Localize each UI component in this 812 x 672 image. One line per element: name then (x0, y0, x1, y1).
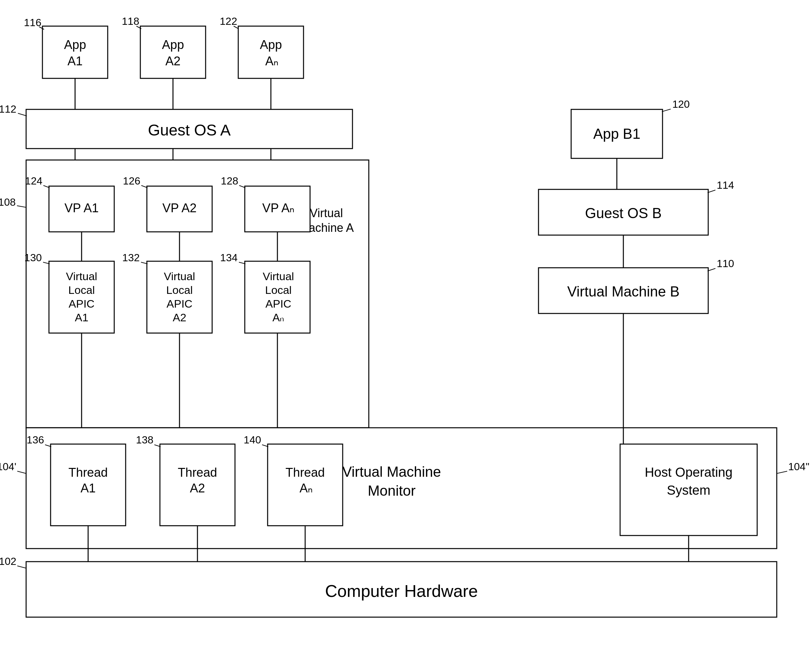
svg-text:128: 128 (221, 175, 238, 187)
svg-text:114: 114 (717, 179, 734, 191)
svg-text:Virtual: Virtual (66, 270, 97, 282)
svg-text:116: 116 (24, 17, 41, 28)
svg-text:Virtual Machine B: Virtual Machine B (567, 284, 679, 299)
svg-text:140: 140 (244, 434, 261, 446)
svg-text:Thread: Thread (286, 466, 325, 479)
svg-text:Thread: Thread (68, 466, 108, 479)
svg-text:VP Aₙ: VP Aₙ (263, 201, 295, 215)
svg-text:110: 110 (717, 258, 734, 269)
svg-text:Computer Hardware: Computer Hardware (325, 581, 478, 600)
svg-line-82 (708, 268, 715, 271)
svg-text:Monitor: Monitor (368, 482, 416, 499)
svg-text:118: 118 (122, 15, 139, 27)
svg-text:App B1: App B1 (593, 126, 640, 142)
svg-text:Thread: Thread (178, 466, 217, 479)
svg-text:Aₙ: Aₙ (273, 311, 285, 323)
svg-text:138: 138 (136, 434, 154, 446)
svg-text:132: 132 (123, 252, 140, 263)
svg-text:108: 108 (0, 196, 16, 208)
svg-text:Virtual: Virtual (263, 270, 294, 282)
svg-line-77 (708, 190, 715, 193)
svg-text:104': 104' (0, 461, 16, 472)
svg-text:A2: A2 (173, 311, 186, 323)
svg-text:VP A1: VP A1 (65, 201, 99, 215)
svg-line-117 (17, 566, 26, 568)
svg-line-21 (18, 113, 27, 116)
svg-line-27 (17, 206, 26, 207)
svg-text:136: 136 (27, 434, 44, 446)
svg-text:Guest OS A: Guest OS A (148, 121, 230, 139)
svg-text:APIC: APIC (68, 298, 94, 310)
svg-text:A1: A1 (75, 311, 89, 323)
svg-text:124: 124 (25, 175, 43, 187)
svg-text:App: App (162, 38, 184, 51)
svg-text:104": 104" (788, 461, 809, 472)
svg-text:VP A2: VP A2 (162, 201, 197, 215)
svg-text:Host Operating: Host Operating (645, 465, 732, 479)
svg-text:App: App (64, 38, 86, 51)
svg-rect-5 (140, 26, 206, 79)
svg-text:Aₙ: Aₙ (300, 481, 313, 495)
svg-text:Virtual: Virtual (164, 270, 195, 282)
architecture-diagram: App A1 116 App A2 118 App Aₙ 122 Guest O… (0, 0, 812, 672)
svg-text:126: 126 (123, 175, 140, 187)
svg-text:Local: Local (265, 284, 292, 296)
svg-text:120: 120 (672, 98, 689, 110)
svg-line-72 (662, 109, 671, 112)
svg-text:APIC: APIC (166, 298, 192, 310)
svg-text:App: App (260, 38, 282, 51)
svg-text:Guest OS B: Guest OS B (585, 205, 662, 221)
svg-text:134: 134 (220, 252, 237, 263)
svg-text:112: 112 (0, 103, 16, 115)
svg-text:A1: A1 (80, 481, 96, 495)
svg-text:A1: A1 (68, 54, 83, 68)
svg-text:Virtual Machine: Virtual Machine (342, 464, 441, 480)
svg-text:Aₙ: Aₙ (265, 54, 278, 68)
svg-text:Virtual: Virtual (310, 206, 343, 220)
svg-rect-10 (238, 26, 304, 79)
svg-text:102: 102 (0, 556, 16, 567)
svg-rect-0 (43, 26, 108, 79)
svg-text:A2: A2 (190, 481, 205, 495)
svg-text:System: System (667, 483, 710, 497)
svg-text:130: 130 (24, 252, 42, 263)
svg-text:APIC: APIC (265, 298, 291, 310)
svg-text:122: 122 (220, 15, 237, 27)
svg-text:Local: Local (68, 284, 95, 296)
svg-text:Local: Local (166, 284, 193, 296)
svg-line-86 (17, 471, 26, 474)
svg-line-88 (777, 471, 787, 474)
svg-text:A2: A2 (165, 54, 181, 68)
